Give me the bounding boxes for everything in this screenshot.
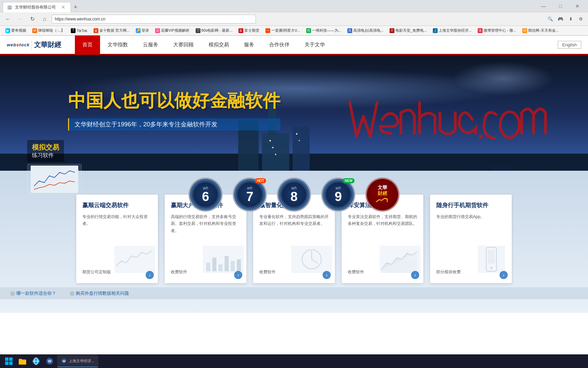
- card-thumbnail-4: [380, 246, 421, 273]
- site-navigation: webstock 文華財經 首页 文华指数 云服务 大赛回顾 模拟交易 服务 合…: [0, 36, 588, 55]
- nav-item-about[interactable]: 关于文华: [297, 35, 332, 55]
- tab-close-button[interactable]: ✕: [61, 4, 65, 10]
- nav-item-cloud[interactable]: 云服务: [135, 35, 166, 55]
- bookmark-mida[interactable]: M 咪哒咪哒（·...】: [30, 27, 67, 34]
- bookmark-weibo[interactable]: 微 微博管理中心 - 微...: [475, 27, 519, 34]
- bookmark-jinshi[interactable]: 金 金十数据 官方网...: [91, 27, 132, 34]
- maximize-button[interactable]: □: [553, 1, 568, 11]
- nav-item-service[interactable]: 服务: [236, 35, 262, 55]
- bottom-links: ◎ 哪一款软件适合你？ ◎ 购买外盘行情数据相关问题: [0, 287, 588, 299]
- tab-title: 文华财经股份有限公司: [15, 4, 56, 10]
- nav-item-partner[interactable]: 合作伙伴: [262, 35, 297, 55]
- bookmark-yiwei[interactable]: 维 一维科技——为...: [304, 27, 344, 34]
- svg-rect-22: [299, 140, 300, 141]
- bookmark-login[interactable]: 🔑 登录: [133, 27, 152, 34]
- nav-item-simulation[interactable]: 模拟交易: [201, 35, 236, 55]
- product-wh6[interactable]: wh 6: [189, 178, 223, 212]
- product-wh9[interactable]: wh 9 NEW: [321, 178, 355, 212]
- bookmark-movie[interactable]: 天 电影天堂_免费电...: [387, 27, 429, 34]
- sim-label1: 模拟交易: [32, 143, 59, 152]
- products-section: wh 6 wh 7 HOT wh: [0, 171, 588, 313]
- toolbar-icons: 🔍 🎮 ⬇ ⚙: [546, 15, 585, 24]
- bookmark-tiktok[interactable]: T TikTok: [68, 28, 90, 34]
- svg-rect-29: [206, 263, 210, 271]
- sim-chart: [31, 166, 78, 193]
- svg-rect-20: [275, 154, 276, 155]
- svg-rect-21: [296, 133, 297, 135]
- bookmarks-bar: ▶ 爱奇视频 M 咪哒咪哒（·...】 T TikTok 金 金十数据 官方网.…: [0, 26, 588, 35]
- logo-divider: [32, 40, 32, 50]
- simulation-promo: 模拟交易 练习软件: [27, 140, 82, 195]
- link-text-2: 购买外盘行情数据相关问题: [76, 290, 129, 296]
- download-icon[interactable]: ⬇: [566, 15, 575, 24]
- tab-area: 🏢 文华财经股份有限公司 ✕ +: [3, 0, 80, 12]
- english-button[interactable]: English: [558, 41, 581, 49]
- bookmark-wenhua[interactable]: 上 上海文华股份经济...: [430, 27, 474, 34]
- url-bar[interactable]: https://www.wenhua.com.cn: [52, 15, 256, 24]
- forward-button[interactable]: →: [15, 14, 25, 24]
- svg-rect-31: [218, 264, 223, 271]
- nav-item-home[interactable]: 首页: [75, 35, 100, 55]
- bottom-link-1[interactable]: ◎ 哪一款软件适合你？: [10, 290, 56, 296]
- card-arrow-2[interactable]: ›: [234, 271, 242, 279]
- hero-text-area: 中国人也可以做好金融软件 文华财经创立于1996年，20多年来专注金融软件开发: [68, 89, 280, 131]
- card-thumbnail-5: [478, 246, 505, 273]
- bookmark-aiqiyi[interactable]: ▶ 爱奇视频: [3, 27, 29, 34]
- card-thumbnail-1: [114, 246, 155, 273]
- svg-rect-41: [488, 250, 495, 263]
- product-icons-row: wh 6 wh 7 HOT wh: [0, 171, 588, 212]
- nav-menu: 首页 文华指数 云服务 大赛回顾 模拟交易 服务 合作伙伴 关于文华: [75, 35, 332, 55]
- bookmark-huaban[interactable]: 花 花瓣VIP视频解析: [152, 27, 192, 34]
- product-wh7[interactable]: wh 7 HOT: [233, 178, 267, 212]
- refresh-button[interactable]: ↻: [27, 14, 37, 24]
- link-bullet-1: ◎: [10, 290, 15, 296]
- svg-rect-32: [225, 256, 229, 271]
- hero-title: 中国人也可以做好金融软件: [68, 89, 280, 113]
- url-text: https://www.wenhua.com.cn: [55, 17, 105, 21]
- card-arrow-5[interactable]: ›: [500, 271, 508, 279]
- logo-chinese: 文華財經: [34, 40, 61, 49]
- card-arrow-4[interactable]: ›: [411, 271, 419, 279]
- minimize-button[interactable]: —: [536, 1, 551, 11]
- new-tab-button[interactable]: +: [71, 3, 80, 12]
- svg-rect-24: [31, 166, 78, 193]
- settings-icon[interactable]: ⚙: [576, 15, 585, 24]
- nav-item-index[interactable]: 文华指数: [100, 35, 135, 55]
- svg-rect-33: [231, 261, 235, 271]
- browser-chrome: 🏢 文华财经股份有限公司 ✕ + — □ ✕ ← → ↻ ⌂ https://w…: [0, 0, 588, 36]
- sim-label2: 练习软件: [32, 152, 59, 159]
- window-controls: — □ ✕: [536, 1, 585, 11]
- bottom-link-2[interactable]: ◎ 购买外盘行情数据相关问题: [70, 290, 129, 296]
- logo-webstock: webstock: [7, 42, 30, 47]
- back-button[interactable]: ←: [3, 14, 13, 24]
- bookmark-yizhibo[interactable]: 一 一直播|明星大V...: [263, 27, 303, 34]
- link-text-1: 哪一款软件适合你？: [16, 290, 56, 296]
- card-arrow-3[interactable]: ›: [323, 271, 331, 279]
- bookmark-gaoqing[interactable]: 高 高清电台|高清电...: [345, 27, 386, 34]
- nav-item-competition[interactable]: 大赛回顾: [166, 35, 201, 55]
- svg-rect-18: [270, 140, 271, 141]
- bookmark-80s[interactable]: 🎬 80s电影网 - 最新...: [193, 27, 235, 34]
- svg-rect-19: [272, 147, 274, 148]
- new-badge: NEW: [343, 178, 355, 183]
- svg-rect-34: [237, 259, 241, 271]
- extension-icon[interactable]: 🎮: [556, 15, 565, 24]
- search-icon[interactable]: 🔍: [546, 15, 555, 24]
- tab-favicon: 🏢: [7, 5, 12, 10]
- close-button[interactable]: ✕: [570, 1, 585, 11]
- bookmark-qixin[interactable]: 期 期信网-天天有金...: [520, 27, 561, 34]
- home-button[interactable]: ⌂: [39, 14, 50, 24]
- product-wenhua-logo[interactable]: 文華 財經: [365, 178, 399, 212]
- product-wh8[interactable]: wh 8: [277, 178, 311, 212]
- logo-area: webstock 文華財經: [0, 40, 68, 50]
- sim-thumbnail: [27, 164, 82, 195]
- card-thumbnail-3: [291, 246, 332, 273]
- title-bar: 🏢 文华财经股份有限公司 ✕ + — □ ✕: [0, 0, 588, 12]
- hot-badge: HOT: [255, 178, 266, 183]
- active-tab[interactable]: 🏢 文华财经股份有限公司 ✕: [3, 2, 71, 12]
- bookmark-fuji[interactable]: 富 富士期货: [236, 27, 262, 34]
- card-arrow-1[interactable]: ›: [146, 271, 154, 279]
- logo-chart-icon: [376, 197, 389, 203]
- svg-rect-30: [212, 258, 216, 271]
- link-bullet-2: ◎: [70, 290, 75, 296]
